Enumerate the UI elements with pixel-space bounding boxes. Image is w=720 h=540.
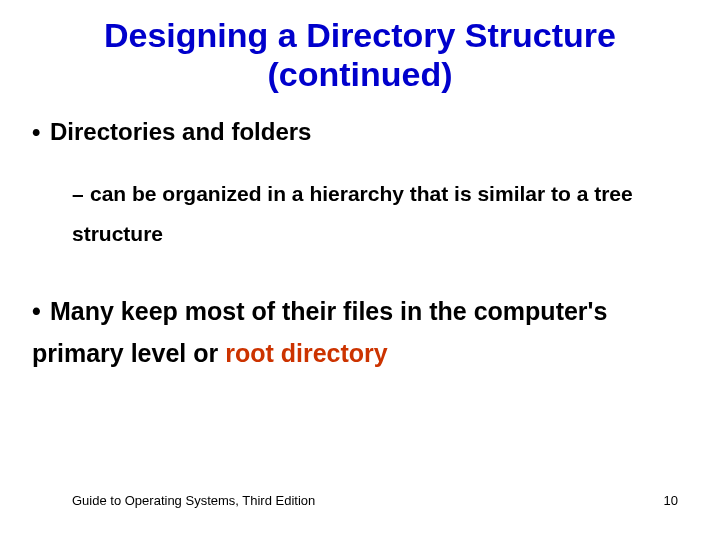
bullet-main-1: •Directories and folders <box>32 118 690 146</box>
footer-left: Guide to Operating Systems, Third Editio… <box>72 493 315 508</box>
page-number: 10 <box>664 493 678 508</box>
sub-bullet-1-text: can be organized in a hierarchy that is … <box>72 182 633 245</box>
bullet-main-2-highlight: root directory <box>225 339 388 367</box>
footer: Guide to Operating Systems, Third Editio… <box>72 493 678 508</box>
slide-title: Designing a Directory Structure (continu… <box>30 16 690 94</box>
slide: Designing a Directory Structure (continu… <box>0 0 720 540</box>
bullet-dot-icon: • <box>32 290 50 333</box>
bullet-main-2: •Many keep most of their files in the co… <box>32 290 680 375</box>
bullet-dot-icon: • <box>32 118 50 146</box>
sub-bullet-1: –can be organized in a hierarchy that is… <box>72 174 680 254</box>
dash-icon: – <box>72 174 90 214</box>
bullet-main-1-text: Directories and folders <box>50 118 311 145</box>
